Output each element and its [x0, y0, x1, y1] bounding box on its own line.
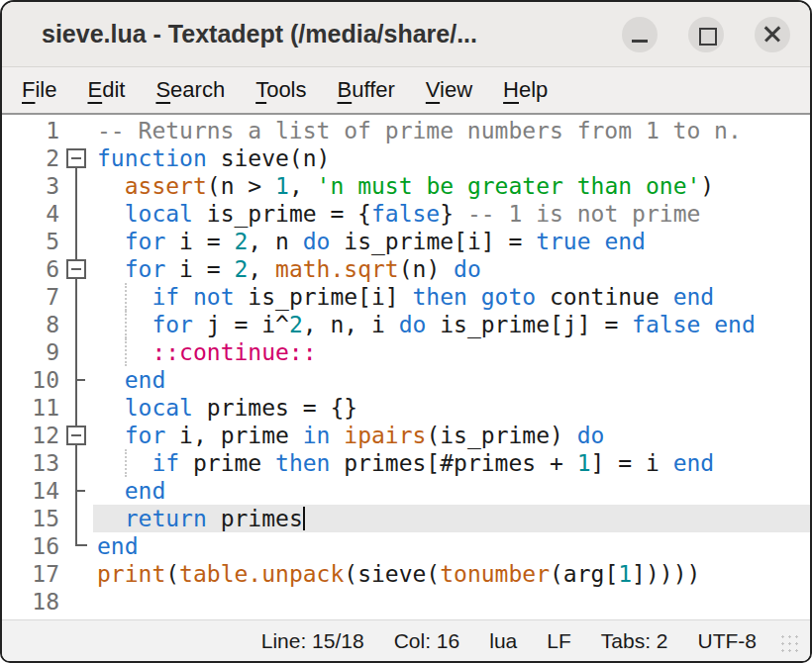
code-text[interactable]: local is_prime = {false} -- 1 is not pri… — [93, 200, 810, 228]
fold-margin — [59, 588, 93, 616]
fold-margin — [59, 172, 93, 200]
resize-grip[interactable] — [779, 633, 800, 654]
code-line: 18 — [2, 588, 810, 616]
menu-item-file[interactable]: File — [22, 77, 56, 103]
menu-item-search[interactable]: Search — [155, 77, 225, 103]
menu-item-tools[interactable]: Tools — [255, 77, 306, 103]
code-text[interactable]: end — [93, 532, 810, 560]
code-text[interactable]: print(table.unpack(sieve(tonumber(arg[1]… — [93, 560, 810, 588]
code-line: 7 if not is_prime[i] then goto continue … — [2, 283, 810, 311]
menu-item-buffer[interactable]: Buffer — [338, 77, 395, 103]
code-line: 9 ::continue:: — [2, 338, 810, 366]
code-editor[interactable]: 1-- Returns a list of prime numbers from… — [2, 115, 810, 619]
app-window: sieve.lua - Textadept (/media/share/... … — [0, 0, 812, 663]
code-text[interactable]: for j = i^2, n, i do is_prime[j] = false… — [93, 311, 810, 338]
close-icon — [755, 17, 790, 52]
status-language: lua — [489, 629, 517, 653]
code-text[interactable]: return primes — [93, 505, 810, 532]
line-number[interactable]: 1 — [2, 117, 59, 144]
line-number[interactable]: 8 — [2, 311, 59, 338]
code-text[interactable]: -- Returns a list of prime numbers from … — [93, 117, 810, 144]
code-text[interactable]: for i, prime in ipairs(is_prime) do — [93, 422, 810, 449]
code-text[interactable]: assert(n > 1, 'n must be greater than on… — [93, 172, 810, 200]
close-button[interactable] — [755, 17, 790, 52]
fold-margin — [59, 283, 93, 311]
menu-bar: FileEditSearchToolsBufferViewHelp — [2, 67, 810, 115]
menu-mnemonic: S — [155, 77, 170, 102]
menu-mnemonic: V — [426, 77, 440, 102]
code-text[interactable]: local primes = {} — [93, 394, 810, 422]
code-line: 6 for i = 2, math.sqrt(n) do — [2, 255, 810, 283]
code-text[interactable]: for i = 2, math.sqrt(n) do — [93, 255, 810, 283]
status-column: Col: 16 — [394, 629, 460, 653]
line-number[interactable]: 11 — [2, 394, 59, 422]
fold-margin — [59, 505, 93, 532]
line-number[interactable]: 17 — [2, 560, 59, 588]
code-text[interactable]: ::continue:: — [93, 338, 810, 366]
line-number[interactable]: 2 — [2, 144, 59, 172]
line-number[interactable]: 13 — [2, 449, 59, 477]
fold-marker-icon[interactable] — [66, 259, 86, 279]
code-line: 11 local primes = {} — [2, 394, 810, 422]
code-line: 3 assert(n > 1, 'n must be greater than … — [2, 172, 810, 200]
window-controls — [622, 17, 790, 52]
fold-margin — [59, 338, 93, 366]
fold-margin — [59, 366, 93, 394]
fold-margin — [59, 449, 93, 477]
code-text[interactable]: if not is_prime[i] then goto continue en… — [93, 283, 810, 311]
fold-margin — [59, 311, 93, 338]
line-number[interactable]: 9 — [2, 338, 59, 366]
code-text[interactable]: end — [93, 477, 810, 505]
code-line: 14 end — [2, 477, 810, 505]
maximize-button[interactable] — [688, 17, 724, 52]
fold-margin — [59, 200, 93, 228]
fold-margin — [59, 117, 93, 144]
menu-mnemonic: E — [87, 77, 102, 102]
menu-item-view[interactable]: View — [426, 77, 472, 103]
caret — [303, 507, 305, 530]
code-line: 1-- Returns a list of prime numbers from… — [2, 117, 810, 144]
line-number[interactable]: 4 — [2, 200, 59, 228]
line-number[interactable]: 18 — [2, 588, 59, 616]
title-bar[interactable]: sieve.lua - Textadept (/media/share/... — [2, 2, 810, 67]
code-text[interactable]: if prime then primes[#primes + 1] = i en… — [93, 449, 810, 477]
fold-margin — [59, 228, 93, 255]
status-eol: LF — [547, 629, 571, 653]
status-encoding: UTF-8 — [698, 629, 758, 653]
menu-item-help[interactable]: Help — [503, 77, 548, 103]
fold-margin — [59, 255, 93, 283]
code-line: 2function sieve(n) — [2, 144, 810, 172]
code-line: 16end — [2, 532, 810, 560]
fold-margin — [59, 394, 93, 422]
menu-item-edit[interactable]: Edit — [87, 77, 125, 103]
menu-mnemonic: T — [255, 77, 266, 102]
line-number[interactable]: 12 — [2, 422, 59, 449]
code-line: 4 local is_prime = {false} -- 1 is not p… — [2, 200, 810, 228]
status-bar: Line: 15/18Col: 16luaLFTabs: 2UTF-8 — [2, 619, 810, 661]
fold-marker-icon[interactable] — [66, 148, 86, 168]
line-number[interactable]: 16 — [2, 532, 59, 560]
code-text[interactable]: for i = 2, n do is_prime[i] = true end — [93, 228, 810, 255]
code-line: 10 end — [2, 366, 810, 394]
code-text[interactable]: function sieve(n) — [93, 144, 810, 172]
menu-mnemonic: B — [338, 77, 353, 102]
fold-margin — [59, 560, 93, 588]
minimize-button[interactable] — [622, 17, 658, 52]
line-number[interactable]: 10 — [2, 366, 59, 394]
minimize-icon — [622, 17, 658, 52]
line-number[interactable]: 6 — [2, 255, 59, 283]
code-text[interactable] — [93, 588, 810, 616]
code-text[interactable]: end — [93, 366, 810, 394]
maximize-icon — [688, 17, 724, 52]
menu-mnemonic: H — [503, 77, 519, 102]
line-number[interactable]: 14 — [2, 477, 59, 505]
line-number[interactable]: 5 — [2, 228, 59, 255]
code-line: 12 for i, prime in ipairs(is_prime) do — [2, 422, 810, 449]
menu-mnemonic: F — [22, 77, 35, 102]
code-line: 5 for i = 2, n do is_prime[i] = true end — [2, 228, 810, 255]
fold-margin — [59, 422, 93, 449]
fold-marker-icon[interactable] — [66, 426, 86, 445]
line-number[interactable]: 15 — [2, 505, 59, 532]
line-number[interactable]: 7 — [2, 283, 59, 311]
line-number[interactable]: 3 — [2, 172, 59, 200]
